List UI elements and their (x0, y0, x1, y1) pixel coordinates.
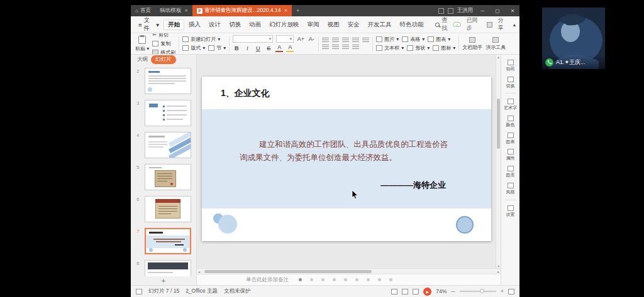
insert-picture-button[interactable]: 图片 ▾ (376, 36, 399, 43)
page-dot[interactable] (333, 278, 336, 281)
maximize-button[interactable]: ▢ (492, 5, 503, 16)
sidebar-item-animation[interactable]: 动画 (502, 60, 519, 72)
slide-body-text[interactable]: 建立和谐高效的工作团队、出具品质优良的工程造价咨询成果文件、为委托单位创造最大经… (240, 138, 453, 164)
share-button[interactable]: 分享 (498, 17, 508, 32)
fullscreen-icon[interactable] (508, 289, 514, 294)
bullet-list-icon[interactable] (322, 38, 329, 43)
vertical-scroll-thumb[interactable] (497, 99, 500, 149)
menu-item-review[interactable]: 审阅 (303, 20, 323, 30)
copy-button[interactable]: 复制 (152, 40, 175, 47)
collaborate-icon[interactable] (487, 22, 492, 28)
menu-item-transition[interactable]: 切换 (225, 20, 245, 30)
align-right-icon[interactable] (342, 45, 349, 50)
doc-assistant-button[interactable]: 文档助手 (462, 37, 482, 51)
outdent-icon[interactable] (342, 38, 349, 43)
strikethrough-button[interactable]: S (265, 45, 272, 51)
grid-view-icon[interactable] (136, 289, 142, 294)
zoom-slider[interactable] (460, 291, 496, 292)
bold-button[interactable]: B (233, 45, 240, 51)
align-left-icon[interactable] (322, 45, 329, 50)
tab-document-active[interactable]: P 雷洋销青告海辉建设...2020.4.14 ✕ (192, 5, 292, 16)
increase-font-button[interactable]: A+ (297, 36, 304, 42)
italic-button[interactable]: I (243, 45, 251, 51)
insert-textbox-button[interactable]: 文本框 ▾ (376, 45, 404, 51)
sidebar-item-transition[interactable]: 切换 (502, 77, 519, 89)
account-name[interactable]: 王洪用 (457, 7, 474, 14)
close-window-button[interactable]: ✕ (507, 5, 518, 16)
font-family-select[interactable]: ▾ (233, 35, 273, 43)
numbered-list-icon[interactable] (332, 38, 339, 43)
insert-shape-button[interactable]: 形状 ▾ (407, 45, 430, 51)
close-icon[interactable]: ✕ (184, 8, 188, 13)
scroll-up-icon[interactable]: ▴ (497, 55, 499, 59)
slide-thumbnail-8[interactable] (145, 260, 191, 276)
sidebar-item-chart[interactable]: 图表 (502, 132, 519, 144)
tab-home[interactable]: ⌂ 首页 (131, 5, 155, 16)
menu-item-design[interactable]: 设计 (205, 20, 225, 30)
sorter-view-icon[interactable] (402, 289, 408, 294)
cut-button[interactable]: ✂ 剪切 (152, 33, 175, 38)
tab-template[interactable]: 稿纸模板 ✕ (155, 5, 192, 16)
highlight-button[interactable]: A (286, 45, 294, 52)
page-dot[interactable] (355, 278, 358, 281)
menu-item-devtools[interactable]: 开发工具 (364, 20, 395, 30)
add-slide-button[interactable]: + (131, 276, 196, 285)
menu-item-slideshow[interactable]: 幻灯片放映 (265, 20, 303, 30)
minimize-button[interactable]: ─ (477, 5, 488, 16)
sidebar-item-style[interactable]: 风格 (502, 183, 519, 195)
menu-item-insert[interactable]: 插入 (185, 20, 204, 30)
protection-status[interactable]: 文档未保护 (224, 288, 251, 295)
slide-thumbnail-4[interactable] (145, 132, 191, 158)
notes-placeholder[interactable]: 单击此处添加备注 (246, 276, 289, 284)
play-slideshow-button[interactable]: ▶ (423, 288, 431, 296)
collapse-ribbon-icon[interactable]: ▴ (513, 21, 516, 28)
menu-item-home[interactable]: 开始 (164, 19, 184, 30)
insert-icon-button[interactable]: 图标 ▾ (433, 45, 455, 51)
scroll-left-icon[interactable]: ◂ (198, 269, 200, 274)
file-menu[interactable]: ≡ 文件 ▾ (135, 16, 163, 33)
horizontal-scrollbar[interactable]: ◂ ▸ (197, 268, 501, 274)
indent-icon[interactable] (352, 38, 359, 43)
zoom-slider-thumb[interactable] (480, 289, 484, 293)
new-tab-button[interactable]: + (292, 5, 304, 16)
new-slide-button[interactable]: 新建幻灯片 ▾ (182, 36, 226, 43)
slide-signature-text[interactable]: ————海特企业 (380, 180, 446, 191)
reading-view-icon[interactable] (413, 289, 419, 294)
justify-icon[interactable] (352, 45, 359, 50)
slide-thumbnail-5[interactable] (145, 164, 191, 190)
page-dot[interactable] (310, 278, 313, 281)
menu-item-animation[interactable]: 动画 (245, 20, 265, 30)
current-slide[interactable]: 1、企业文化 建立和谐高效的工作团队、出具品质优良的工程造价咨询成果文件、为委托… (202, 77, 491, 241)
sync-status[interactable]: 已同步 (467, 17, 481, 32)
insert-chart-button[interactable]: 图表 ▾ (428, 36, 450, 43)
zoom-in-button[interactable]: + (501, 288, 504, 294)
scroll-right-icon[interactable]: ▸ (497, 269, 499, 274)
outline-tab[interactable]: 大纲 (137, 56, 148, 63)
underline-button[interactable]: U (254, 45, 262, 51)
sidebar-item-wordart[interactable]: 艺术字 (502, 99, 519, 111)
page-dot[interactable] (344, 278, 347, 281)
insert-table-button[interactable]: 表格 ▾ (402, 36, 425, 43)
slide-canvas[interactable]: 1、企业文化 建立和谐高效的工作团队、出具品质优良的工程造价咨询成果文件、为委托… (197, 55, 496, 268)
phone-call-icon[interactable] (545, 58, 553, 67)
slide-title-text[interactable]: 1、企业文化 (221, 88, 270, 99)
page-dot[interactable] (321, 278, 325, 281)
sidebar-item-gallery[interactable]: 图库 (502, 166, 519, 178)
present-tools-button[interactable]: 演示工具 (486, 37, 506, 51)
sidebar-item-settings[interactable]: 设置 (502, 205, 519, 217)
decrease-font-button[interactable]: A- (308, 36, 315, 42)
app-grid-icon[interactable] (438, 8, 444, 14)
page-dot[interactable] (389, 278, 392, 281)
menu-item-features[interactable]: 特色功能 (396, 20, 427, 30)
vertical-scrollbar[interactable]: ▴ ▾ (496, 55, 501, 268)
layout-button[interactable]: 版式 ▾ (182, 45, 205, 51)
sidebar-item-properties[interactable]: 属性 (502, 149, 519, 161)
font-color-button[interactable]: A (275, 45, 283, 52)
format-painter-button[interactable]: 格式刷 (152, 49, 175, 55)
section-button[interactable]: 节 ▾ (208, 45, 226, 51)
video-call-window[interactable]: A1.✦王庆... (542, 8, 605, 69)
close-icon[interactable]: ✕ (284, 8, 287, 13)
slide-thumbnail-2[interactable] (145, 68, 191, 94)
slides-tab[interactable]: 幻灯片 (151, 55, 176, 64)
page-dot-active[interactable] (299, 278, 302, 281)
